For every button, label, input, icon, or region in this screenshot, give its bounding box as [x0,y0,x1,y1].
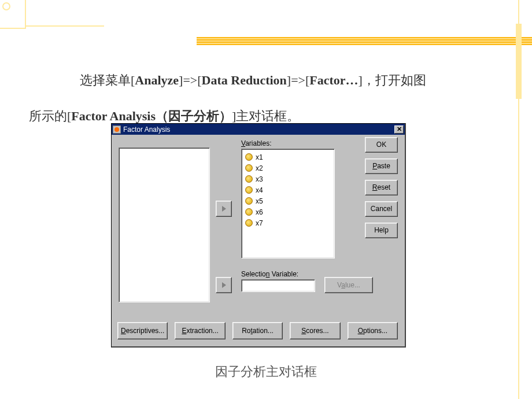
dialog-body: Variables: x1 x2 x3 x4 x5 x6 x7 Selectio… [112,135,405,346]
value-button[interactable]: Value... [324,277,373,293]
text-fragment: 所示的[ [29,109,71,123]
paste-button[interactable]: Paste [365,158,398,174]
extraction-button[interactable]: Extraction... [175,322,225,339]
list-item[interactable]: x4 [243,184,333,195]
ok-button[interactable]: OK [365,137,398,153]
figure-caption: 因子分析主对话框 [0,363,532,380]
variables-list[interactable]: x1 x2 x3 x4 x5 x6 x7 [241,149,335,258]
text-fragment: 选择菜单[ [80,73,135,87]
variables-label: Variables: [241,139,271,147]
variable-name: x6 [256,208,263,216]
menu-path-data-reduction: Data Reduction [202,73,287,87]
selection-variable-input[interactable] [241,279,315,292]
list-item[interactable]: x5 [243,195,333,206]
options-button[interactable]: Options... [348,322,398,339]
variable-icon [245,208,253,216]
variable-icon [245,197,253,205]
cancel-button[interactable]: Cancel [365,201,398,217]
variable-name: x4 [256,186,263,194]
variable-icon [245,153,253,161]
reset-button[interactable]: Reset [365,180,398,195]
text-fragment: ]=>[ [287,73,309,87]
source-variable-list[interactable] [119,147,210,302]
menu-path-analyze: Analyze [135,73,179,87]
scores-button[interactable]: Scores... [290,322,340,339]
text-fragment: ]=>[ [179,73,201,87]
chevron-right-icon [222,282,226,288]
rotation-button[interactable]: Rotation... [232,322,283,339]
list-item[interactable]: x6 [243,206,333,217]
text-fragment: ]主对话框。 [232,109,300,123]
close-button[interactable]: ✕ [394,125,404,134]
variable-icon [245,219,253,227]
variable-name: x2 [256,164,263,172]
text-fragment: ]，打开如图 [359,73,426,87]
dialog-side-buttons: OK Paste Reset Cancel Help [365,137,398,244]
slide-banner [197,37,532,45]
move-to-selection-button[interactable] [216,277,232,293]
slide-right-edge-bar [516,24,522,99]
list-item[interactable]: x1 [243,152,333,162]
descriptives-button[interactable]: Descriptives... [117,322,168,339]
variable-name: x1 [256,153,263,161]
variable-name: x3 [256,175,263,183]
dialog-name: Factor Analysis（因子分析） [71,109,232,123]
variable-name: x5 [256,197,263,205]
dialog-title: Factor Analysis [123,125,394,134]
move-to-variables-button[interactable] [216,201,232,217]
chevron-right-icon [222,206,226,212]
menu-path-factor: Factor… [309,73,358,87]
app-icon [113,125,121,134]
close-icon: ✕ [397,125,402,132]
variable-icon [245,186,253,194]
dialog-titlebar[interactable]: Factor Analysis ✕ [112,124,405,135]
factor-analysis-dialog: Factor Analysis ✕ Variables: x1 x2 x3 x4… [111,123,406,348]
help-button[interactable]: Help [365,223,398,238]
variable-name: x7 [256,219,263,227]
list-item[interactable]: x7 [243,217,333,228]
list-item[interactable]: x3 [243,173,333,184]
list-item[interactable]: x2 [243,162,333,173]
variable-icon [245,164,253,172]
slide-corner-ornament [0,0,26,29]
slide-ornament-line [26,25,104,27]
selection-variable-label: Selection Variable: [241,270,298,278]
variable-icon [245,175,253,183]
dialog-bottom-buttons: Descriptives... Extraction... Rotation..… [117,322,398,339]
value-button-label: Value... [337,281,360,289]
